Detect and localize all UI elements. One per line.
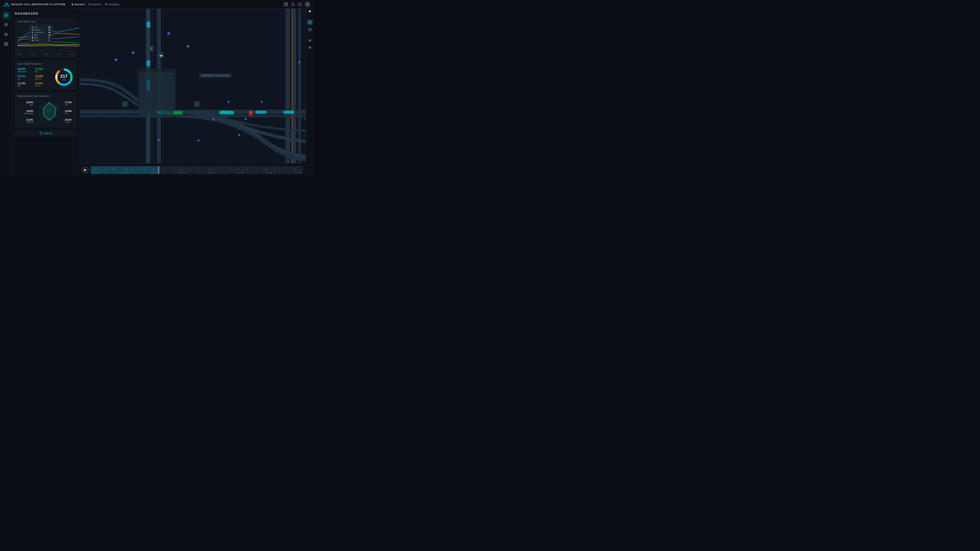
app-title: REGION COLLABORATION PLATFORM <box>11 3 65 6</box>
blind-spot-title: Regional Blind Spot Statistics <box>18 95 74 97</box>
mode-selector: Real-time Playback Simulating <box>72 3 119 6</box>
svg-rect-58 <box>115 59 117 61</box>
svg-marker-33 <box>43 103 56 120</box>
prop-car: 30.6% Car <box>18 75 34 80</box>
svg-marker-78 <box>84 169 86 171</box>
svg-rect-56 <box>255 111 266 114</box>
map-icon-pedestrian-1: 🚶 <box>148 46 154 51</box>
rs-layers-icon[interactable] <box>307 37 313 43</box>
donut-center: 217 Total <box>60 74 67 81</box>
grid-icon[interactable] <box>284 2 288 6</box>
rs-minus-icon[interactable] <box>307 27 313 33</box>
svg-rect-1 <box>284 3 285 4</box>
svg-rect-104 <box>180 168 182 171</box>
logo-icon <box>3 2 10 7</box>
play-button[interactable] <box>82 167 88 173</box>
legend-truck: Truck: 1 <box>32 39 51 41</box>
traffic-flow-card: Area Traffic Flow <box>15 18 77 58</box>
legend-van: Van: 2 <box>32 37 51 39</box>
bs-car: 17.6% Car <box>63 101 80 106</box>
timeline-ticks: 08:00:00 08:30:00 09:00:00 09:30:00 10:0… <box>91 171 303 173</box>
svg-rect-106 <box>199 168 200 170</box>
svg-rect-12 <box>4 44 6 46</box>
svg-rect-60 <box>167 32 170 34</box>
bicycle-dot <box>32 29 33 30</box>
svg-rect-10 <box>4 43 6 44</box>
svg-rect-108 <box>220 168 221 171</box>
rs-zoom-icon[interactable] <box>307 19 313 25</box>
help-icon[interactable]: ? <box>298 2 302 6</box>
svg-rect-3 <box>284 5 285 6</box>
view-all-button[interactable]: View All <box>15 130 77 137</box>
prop-truck: 10.0% Truck <box>35 82 52 87</box>
map-icon-bus: 🚌 <box>158 52 164 58</box>
svg-rect-112 <box>256 168 256 170</box>
svg-rect-114 <box>275 168 276 171</box>
svg-rect-51 <box>146 60 150 67</box>
svg-rect-70 <box>299 61 300 63</box>
prop-bicycle: 12.0% Bicycle <box>35 75 52 80</box>
rs-target-icon[interactable] <box>307 44 313 51</box>
avatar[interactable] <box>305 2 310 7</box>
svg-point-9 <box>5 24 6 25</box>
prop-bus: 17.6% Bus <box>35 67 52 73</box>
svg-rect-107 <box>208 168 210 170</box>
svg-rect-74 <box>305 118 306 120</box>
svg-rect-103 <box>173 168 174 171</box>
map-icon-pedestrian-2: 🚶 <box>122 101 128 107</box>
rail-dashboard-icon[interactable] <box>2 11 10 19</box>
dashboard-panel: DASHBOARD Area Traffic Flow <box>12 9 80 176</box>
svg-rect-11 <box>6 43 7 44</box>
bs-truck: 19.2% Truck <box>63 118 80 123</box>
svg-rect-69 <box>213 118 214 120</box>
radar-chart <box>35 99 63 125</box>
mode-simulating[interactable]: Simulating <box>105 3 119 6</box>
svg-rect-13 <box>6 44 7 46</box>
svg-point-124 <box>309 47 310 48</box>
svg-rect-68 <box>245 118 247 120</box>
svg-rect-65 <box>239 134 240 136</box>
right-sidebar <box>306 9 313 176</box>
traffic-flow-chart: Car: 92 Bicycle: 67 Pedestrian: 43 <box>18 25 74 53</box>
mode-realtime[interactable]: Real-time <box>72 3 85 6</box>
svg-rect-63 <box>228 101 229 103</box>
svg-rect-105 <box>190 168 191 170</box>
mode-playback[interactable]: Playback <box>89 3 101 6</box>
map-area: 🚶 🚌 🚶 🚶 CROSSROAD 32A45T67512 <box>80 9 306 176</box>
svg-rect-57 <box>283 111 294 114</box>
legend-car: Car: 92 <box>32 26 51 28</box>
svg-text:?: ? <box>299 3 300 6</box>
rs-indicator-dot <box>309 10 311 12</box>
bs-pedestrian: 14.5% Pedestrian <box>18 110 35 114</box>
chart-legend: Car: 92 Bicycle: 67 Pedestrian: 43 <box>29 25 53 43</box>
main-layout: DASHBOARD Area Traffic Flow <box>0 9 313 176</box>
svg-rect-109 <box>230 168 231 171</box>
svg-rect-116 <box>294 168 295 170</box>
map-canvas[interactable]: 🚶 🚌 🚶 🚶 CROSSROAD 32A45T67512 <box>80 9 306 163</box>
svg-rect-111 <box>247 168 247 170</box>
svg-rect-55 <box>249 111 253 115</box>
bus-dot <box>32 34 33 36</box>
dashboard-title: DASHBOARD <box>15 12 77 15</box>
rail-location-icon[interactable] <box>2 21 10 29</box>
rail-layers-icon[interactable] <box>2 30 10 38</box>
svg-rect-113 <box>265 168 266 171</box>
realtime-dot <box>72 3 73 5</box>
map-svg <box>80 9 306 163</box>
svg-rect-50 <box>146 22 150 28</box>
svg-point-8 <box>5 14 6 16</box>
bell-icon[interactable] <box>291 2 295 6</box>
pedestrian-dot <box>32 32 33 33</box>
svg-rect-61 <box>187 45 189 48</box>
rail-grid-icon[interactable] <box>2 40 10 48</box>
top-navigation: REGION COLLABORATION PLATFORM Real-time … <box>0 0 313 9</box>
bs-van: 14.9% Van <box>63 110 80 114</box>
svg-rect-54 <box>220 111 233 114</box>
van-dot <box>32 37 33 38</box>
svg-rect-2 <box>286 3 288 4</box>
refresh-icon <box>40 132 43 135</box>
traffic-proportion-card: Area Traffic Proportion 18.5% Pedestrian… <box>15 60 77 90</box>
blind-spot-card: Regional Blind Spot Statistics 20.5% Bus… <box>15 92 77 128</box>
timeline-track[interactable]: 08:00:00 08:30:00 09:00:00 09:30:00 10:0… <box>91 166 303 174</box>
icon-rail <box>0 9 12 176</box>
